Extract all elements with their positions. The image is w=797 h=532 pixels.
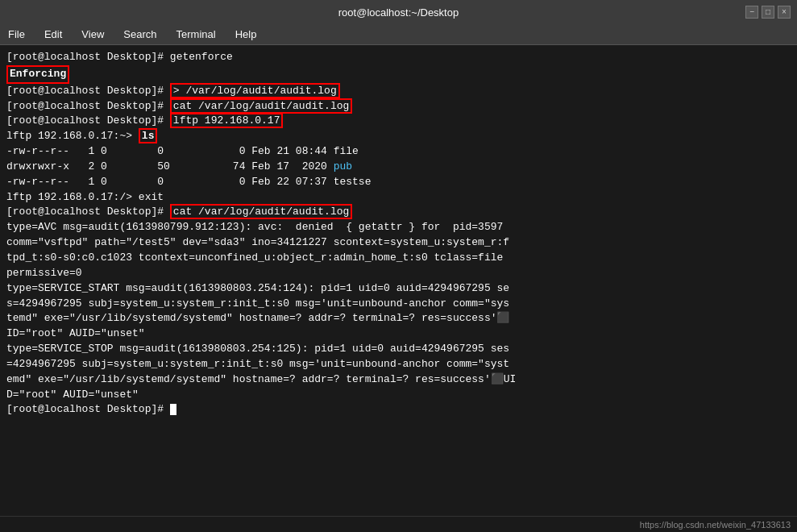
line-stop3: emd" exe="/usr/lib/systemd/systemd" host… xyxy=(6,372,791,388)
cursor xyxy=(170,404,176,415)
terminal-body[interactable]: [root@localhost Desktop]# getenforce Enf… xyxy=(0,45,797,516)
status-url: https://blog.csdn.net/weixin_47133613 xyxy=(640,520,791,530)
terminal-window: root@localhost:~/Desktop − □ × File Edit… xyxy=(0,0,797,532)
line-file1: -rw-r--r-- 1 0 0 0 Feb 21 08:44 file xyxy=(6,144,791,160)
line-dir-pub: drwxrwxr-x 2 0 50 74 Feb 17 2020 pub xyxy=(6,160,791,175)
line-service4: ID="root" AUID="unset" xyxy=(6,326,791,342)
line-cat2: [root@localhost Desktop]# cat /var/log/a… xyxy=(6,205,791,220)
menu-file[interactable]: File xyxy=(5,27,28,42)
menu-bar: File Edit View Search Terminal Help xyxy=(0,24,797,45)
line-file2: -rw-r--r-- 1 0 0 0 Feb 22 07:37 testse xyxy=(6,175,791,190)
menu-edit[interactable]: Edit xyxy=(41,27,65,42)
line-final-prompt: [root@localhost Desktop]# xyxy=(6,402,791,418)
window-title: root@localhost:~/Desktop xyxy=(338,6,459,19)
close-button[interactable]: × xyxy=(778,6,791,19)
line-service2: s=4294967295 subj=system_u:system_r:init… xyxy=(6,297,791,312)
title-bar: root@localhost:~/Desktop − □ × xyxy=(0,0,797,24)
window-controls: − □ × xyxy=(745,6,791,19)
menu-terminal[interactable]: Terminal xyxy=(173,27,219,42)
line-stop2: =4294967295 subj=system_u:system_r:init_… xyxy=(6,357,791,372)
line-getenforce: [root@localhost Desktop]# getenforce xyxy=(6,50,791,65)
line-lftp-connect: [root@localhost Desktop]# lftp 192.168.0… xyxy=(6,114,791,129)
minimize-button[interactable]: − xyxy=(745,6,758,19)
line-enforcing: Enforcing xyxy=(6,65,791,84)
line-audit2: comm="vsftpd" path="/test5" dev="sda3" i… xyxy=(6,235,791,251)
line-audit1: type=AVC msg=audit(1613980799.912:123): … xyxy=(6,220,791,235)
line-audit3: tpd_t:s0-s0:c0.c1023 tcontext=unconfined… xyxy=(6,251,791,266)
line-lftp-ls: lftp 192.168.0.17:~> ls xyxy=(6,129,791,144)
menu-search[interactable]: Search xyxy=(120,27,160,42)
maximize-button[interactable]: □ xyxy=(762,6,774,19)
line-stop1: type=SERVICE_STOP msg=audit(1613980803.2… xyxy=(6,342,791,357)
line-cat1: [root@localhost Desktop]# cat /var/log/a… xyxy=(6,99,791,114)
line-lftp-exit: lftp 192.168.0.17:/> exit xyxy=(6,190,791,206)
line-stop4: D="root" AUID="unset" xyxy=(6,388,791,403)
status-bar: https://blog.csdn.net/weixin_47133613 xyxy=(0,516,797,532)
menu-help[interactable]: Help xyxy=(232,27,260,42)
line-service3: temd" exe="/usr/lib/systemd/systemd" hos… xyxy=(6,311,791,326)
line-service1: type=SERVICE_START msg=audit(1613980803.… xyxy=(6,281,791,297)
line-audit4: permissive=0 xyxy=(6,266,791,281)
line-redirect: [root@localhost Desktop]# > /var/log/aud… xyxy=(6,84,791,99)
menu-view[interactable]: View xyxy=(78,27,107,42)
